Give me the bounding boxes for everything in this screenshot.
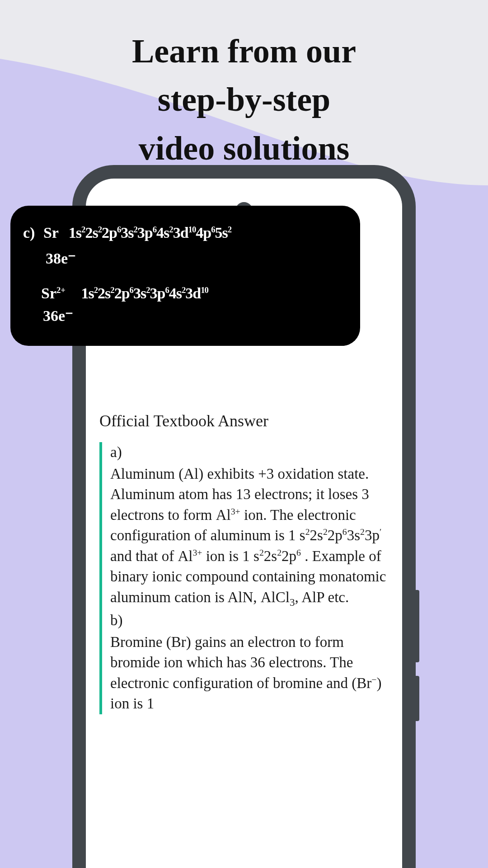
handwritten-video-card[interactable]: c) Sr 1s22s22p63s23p64s23d104p65s2 38e⁻ …: [10, 206, 360, 346]
phone-side-button: [416, 676, 419, 721]
sr-symbol: Sr: [43, 224, 58, 241]
sr-ion-config: 1s22s22p63s23p64s23d10: [81, 285, 208, 302]
sr-neutral-config: 1s22s22p63s23p64s23d104p65s2: [69, 224, 231, 241]
alcl3-formula: AlCl3: [261, 589, 295, 605]
al-ion-formula: Al3+: [216, 507, 240, 523]
answer-body: a) Aluminum (Al) exhibits +3 oxidation s…: [99, 442, 389, 714]
part-c-label: c): [23, 224, 35, 241]
sr-neutral-electrons: 38e⁻: [46, 250, 347, 268]
headline-line-1: Learn from our: [0, 27, 488, 75]
marketing-headline: Learn from our step-by-step video soluti…: [0, 27, 488, 173]
part-b-label: b): [110, 610, 389, 631]
br-ion-formula: (Br−): [352, 675, 381, 691]
part-a-label: a): [110, 442, 389, 463]
sr-ion-electrons: 36e⁻: [43, 307, 347, 326]
phone-side-button: [416, 590, 419, 662]
al-ion-config: s22s22p6: [253, 548, 301, 564]
part-b-text: Bromine (Br) gains an electron to form b…: [110, 632, 389, 714]
video-row-sr-neutral: c) Sr 1s22s22p63s23p64s23d104p65s2: [23, 224, 347, 242]
headline-line-2: step-by-step: [0, 75, 488, 124]
sr-ion-symbol: Sr2+: [41, 285, 66, 302]
official-answer-heading: Official Textbook Answer: [99, 411, 389, 430]
video-row-sr-ion: Sr2+ 1s22s22p63s23p64s23d10: [41, 284, 347, 303]
part-a-text: Aluminum (Al) exhibits +3 oxidation stat…: [110, 464, 389, 610]
al-ion-formula-2: Al3+: [178, 548, 202, 564]
al-neutral-config: s22s22p63s23p′: [300, 527, 381, 543]
answer-content: Official Textbook Answer a) Aluminum (Al…: [99, 411, 389, 715]
